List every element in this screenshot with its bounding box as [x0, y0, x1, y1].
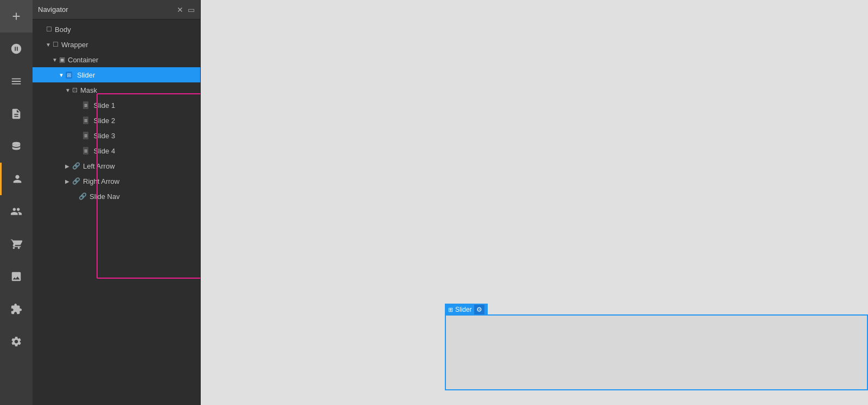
- icon-slide3: ≡: [83, 132, 88, 139]
- label-slide-nav: Slide Nav: [90, 192, 120, 201]
- arrow-right-arrow: ▶: [65, 178, 71, 184]
- tree-item-wrapper[interactable]: ▼ ☐ Wrapper: [33, 37, 200, 52]
- label-right-arrow: Right Arrow: [83, 177, 119, 185]
- toolbar-pages[interactable]: [0, 98, 33, 130]
- navigator-tree: ☐ Body ▼ ☐ Wrapper ▼ ▣ Container ▼ ⊞ Sli…: [33, 20, 200, 405]
- close-icon[interactable]: ✕: [177, 5, 183, 14]
- canvas-slider-element[interactable]: ⊞ Slider ⚙: [445, 314, 868, 390]
- tree-item-right-arrow[interactable]: ▶ 🔗 Right Arrow: [33, 173, 200, 189]
- label-slide2: Slide 2: [93, 117, 115, 125]
- toolbar: [0, 0, 33, 405]
- toolbar-elements[interactable]: [0, 33, 33, 65]
- icon-slide-nav: 🔗: [79, 192, 87, 200]
- tree-item-slide-nav[interactable]: 🔗 Slide Nav: [33, 189, 200, 204]
- label-slider: Slider: [77, 71, 95, 79]
- icon-right-arrow: 🔗: [72, 177, 80, 185]
- label-left-arrow: Left Arrow: [83, 162, 115, 170]
- arrow-mask: ▼: [65, 87, 71, 93]
- tree-item-container[interactable]: ▼ ▣ Container: [33, 52, 200, 67]
- tree-item-slide3[interactable]: ≡ Slide 3: [33, 128, 200, 143]
- icon-wrapper: ☐: [53, 41, 59, 48]
- tree-item-mask[interactable]: ▼ ⊡ Mask: [33, 82, 200, 98]
- canvas-slider-label: ⊞ Slider ⚙: [445, 304, 488, 316]
- arrow-slider: ▼: [59, 72, 64, 78]
- navigator-panel: Navigator ✕ ▭ ☐ Body ▼ ☐ Wrapper ▼ ▣ Con…: [33, 0, 201, 405]
- toolbar-add[interactable]: [0, 0, 33, 33]
- tree-item-slide2[interactable]: ≡ Slide 2: [33, 113, 200, 128]
- icon-slide4: ≡: [83, 147, 88, 155]
- icon-left-arrow: 🔗: [72, 162, 80, 170]
- svg-point-0: [12, 142, 21, 145]
- arrow-left-arrow: ▶: [65, 163, 71, 169]
- main-canvas[interactable]: ⊞ Slider ⚙: [201, 0, 868, 405]
- tree-item-slider[interactable]: ▼ ⊞ Slider: [33, 67, 200, 82]
- slider-gear-icon[interactable]: ⚙: [474, 305, 484, 314]
- arrow-container: ▼: [52, 57, 58, 63]
- label-slide3: Slide 3: [93, 132, 115, 140]
- toolbar-settings[interactable]: [0, 325, 33, 358]
- arrow-wrapper: ▼: [46, 42, 51, 48]
- slider-grid-icon: ⊞: [448, 306, 453, 313]
- label-mask: Mask: [80, 86, 97, 94]
- label-wrapper: Wrapper: [61, 41, 88, 49]
- navigator-header-icons: ✕ ▭: [177, 5, 195, 14]
- navigator-header: Navigator ✕ ▭: [33, 0, 200, 20]
- label-slide4: Slide 4: [93, 147, 115, 155]
- toolbar-database[interactable]: [0, 130, 33, 163]
- slider-label-text: Slider: [455, 306, 472, 313]
- label-container: Container: [68, 56, 98, 64]
- icon-mask: ⊡: [72, 86, 78, 94]
- label-slide1: Slide 1: [93, 101, 115, 110]
- toolbar-media[interactable]: [0, 260, 33, 293]
- icon-slider: ⊞: [66, 72, 72, 79]
- toolbar-plugins[interactable]: [0, 293, 33, 325]
- navigator-title: Navigator: [38, 5, 68, 14]
- icon-slide1: ≡: [83, 101, 88, 109]
- tree-item-left-arrow[interactable]: ▶ 🔗 Left Arrow: [33, 158, 200, 173]
- icon-slide2: ≡: [83, 117, 88, 124]
- dock-icon[interactable]: ▭: [188, 5, 195, 14]
- tree-item-slide4[interactable]: ≡ Slide 4: [33, 143, 200, 158]
- toolbar-cms-users[interactable]: [0, 163, 33, 195]
- tree-item-slide1[interactable]: ≡ Slide 1: [33, 98, 200, 113]
- icon-container: ▣: [59, 56, 65, 63]
- tree-item-body[interactable]: ☐ Body: [33, 22, 200, 37]
- icon-body: ☐: [46, 25, 52, 33]
- toolbar-team[interactable]: [0, 195, 33, 228]
- toolbar-cart[interactable]: [0, 228, 33, 260]
- label-body: Body: [55, 25, 71, 34]
- toolbar-layout[interactable]: [0, 65, 33, 98]
